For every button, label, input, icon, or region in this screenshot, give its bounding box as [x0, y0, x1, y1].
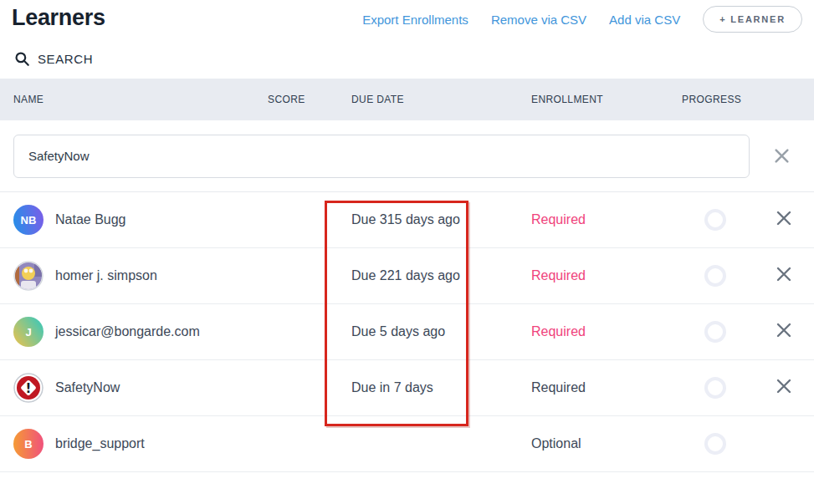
avatar: B — [13, 429, 44, 459]
column-header-due-date: DUE DATE — [351, 94, 531, 105]
learner-name[interactable]: Natae Bugg — [55, 212, 126, 227]
remove-via-csv-link[interactable]: Remove via CSV — [491, 13, 586, 27]
table-header-row: NAME SCORE DUE DATE ENROLLMENT PROGRESS — [0, 79, 814, 120]
add-learner-button[interactable]: + LEARNER — [703, 6, 802, 33]
avatar: J — [13, 317, 44, 347]
learner-name[interactable]: homer j. simpson — [55, 268, 157, 283]
enrollment-type: Required — [531, 324, 682, 339]
search-label: SEARCH — [38, 52, 93, 66]
due-date-text: Due 221 days ago — [351, 268, 531, 283]
remove-learner-icon[interactable] — [776, 378, 792, 395]
action-cell — [765, 434, 814, 454]
remove-learner-icon[interactable] — [776, 322, 792, 339]
table-row: B bridge_support Optional — [0, 416, 814, 472]
progress-ring — [704, 265, 726, 287]
clear-filter-icon[interactable] — [750, 147, 814, 165]
table-row: ! SafetyNow Due in 7 days Required — [0, 360, 814, 416]
due-date-text: Due in 7 days — [351, 380, 531, 395]
progress-ring — [704, 377, 726, 399]
top-actions: Export Enrollments Remove via CSV Add vi… — [362, 3, 802, 33]
filter-row — [0, 120, 814, 192]
learners-list: NB Natae Bugg Due 315 days ago Required … — [0, 192, 814, 472]
search-icon — [14, 51, 30, 67]
enrollment-type: Required — [531, 212, 682, 227]
learner-name[interactable]: SafetyNow — [55, 380, 120, 395]
name-cell: J jessicar@bongarde.com — [13, 317, 268, 347]
enrollment-type: Required — [531, 380, 682, 395]
column-header-name: NAME — [13, 94, 268, 105]
name-cell: ! SafetyNow — [13, 373, 268, 403]
progress-cell — [682, 209, 765, 231]
name-cell: B bridge_support — [13, 429, 268, 459]
progress-ring — [704, 433, 726, 455]
remove-learner-icon[interactable] — [776, 210, 792, 227]
progress-cell — [682, 433, 765, 455]
enrollment-type: Optional — [531, 436, 682, 451]
due-date-text: Due 315 days ago — [351, 212, 531, 227]
due-date-text: Due 5 days ago — [351, 324, 531, 339]
safetynow-logo: ! — [13, 373, 44, 403]
action-cell — [765, 322, 814, 342]
table-row: NB Natae Bugg Due 315 days ago Required — [0, 192, 814, 248]
learner-name[interactable]: jessicar@bongarde.com — [55, 324, 200, 339]
column-header-enrollment: ENROLLMENT — [531, 94, 682, 105]
search-control[interactable]: SEARCH — [0, 33, 814, 79]
progress-ring — [704, 321, 726, 343]
name-cell: homer j. simpson — [13, 261, 268, 291]
action-cell — [765, 210, 814, 230]
add-via-csv-link[interactable]: Add via CSV — [609, 13, 680, 27]
progress-cell — [682, 265, 765, 287]
column-header-progress: PROGRESS — [682, 94, 765, 105]
name-filter-input[interactable] — [13, 135, 750, 178]
svg-text:!: ! — [26, 381, 32, 396]
action-cell — [765, 266, 814, 286]
name-cell: NB Natae Bugg — [13, 205, 268, 235]
learners-page: Learners Export Enrollments Remove via C… — [0, 0, 814, 504]
remove-learner-icon[interactable] — [776, 266, 792, 283]
table-row: homer j. simpson Due 221 days ago Requir… — [0, 248, 814, 304]
export-enrollments-link[interactable]: Export Enrollments — [362, 13, 468, 27]
top-bar: Learners Export Enrollments Remove via C… — [0, 0, 814, 33]
progress-cell — [682, 321, 765, 343]
enrollment-type: Required — [531, 268, 682, 283]
table-row: J jessicar@bongarde.com Due 5 days ago R… — [0, 304, 814, 360]
column-header-score: SCORE — [268, 94, 351, 105]
page-title: Learners — [12, 5, 105, 31]
progress-ring — [704, 209, 726, 231]
progress-cell — [682, 377, 765, 399]
avatar: NB — [13, 205, 44, 235]
homer-avatar — [13, 261, 44, 291]
learner-name[interactable]: bridge_support — [55, 436, 145, 451]
action-cell — [765, 378, 814, 398]
